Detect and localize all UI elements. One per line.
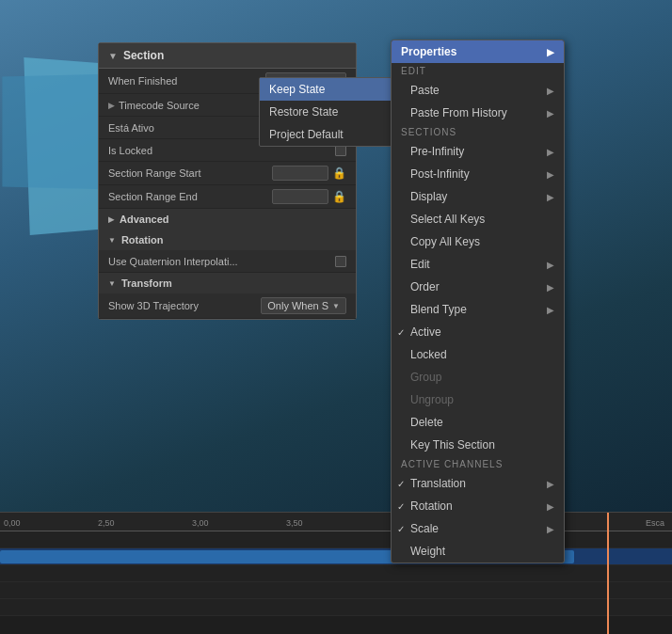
when-finished-label: When Finished xyxy=(108,75,265,87)
sections-section-label: SECTIONS xyxy=(392,124,564,140)
section-range-start-row: Section Range Start 🔒 xyxy=(99,162,356,185)
section-range-end-label: Section Range End xyxy=(108,191,272,202)
quaternion-row: Use Quaternion Interpolati... xyxy=(99,250,356,273)
paste-history-arrow-icon: ▶ xyxy=(547,108,554,119)
range-start-lock-icon: 🔒 xyxy=(332,166,346,180)
ctx-key-this-section[interactable]: Key This Section xyxy=(392,434,564,456)
ctx-pre-infinity[interactable]: Pre-Infinity ▶ xyxy=(392,140,564,163)
ctx-paste[interactable]: Paste ▶ xyxy=(392,79,564,102)
ctx-locked[interactable]: Locked xyxy=(392,343,564,366)
dropdown-item-keep-state[interactable]: Keep State xyxy=(260,78,404,101)
timecode-expand-icon[interactable]: ▶ xyxy=(108,101,115,110)
ruler-label-0: 0,00 xyxy=(4,518,21,528)
quaternion-checkbox[interactable] xyxy=(335,256,346,267)
rotation-label: Rotation xyxy=(121,234,164,246)
ctx-group: Group xyxy=(392,366,564,388)
section-range-start-label: Section Range Start xyxy=(108,167,272,179)
order-arrow-icon: ▶ xyxy=(547,282,554,293)
rotation-section: ▼ Rotation xyxy=(99,230,356,250)
section-range-end-row: Section Range End 🔒 xyxy=(99,185,356,209)
ctx-select-all-keys[interactable]: Select All Keys xyxy=(392,208,564,230)
timeline: 0,00 2,50 3,00 3,50 5,00 Esca xyxy=(0,512,672,634)
trajectory-value: Only When S xyxy=(267,300,328,311)
edit-arrow-icon: ▶ xyxy=(547,260,554,270)
ruler-label-3: 3,50 xyxy=(286,518,303,528)
scale-arrow-icon: ▶ xyxy=(547,524,554,534)
context-menu-header: Properties ▶ xyxy=(392,40,564,63)
escape-label: Esca xyxy=(646,518,664,528)
context-menu-title: Properties xyxy=(401,45,456,58)
ctx-ungroup: Ungroup xyxy=(392,388,564,411)
ctx-delete[interactable]: Delete xyxy=(392,411,564,434)
timeline-ruler: 0,00 2,50 3,00 3,50 5,00 Esca xyxy=(0,513,672,531)
translation-arrow-icon: ▶ xyxy=(547,479,554,489)
track-row-2 xyxy=(0,548,672,565)
ctx-edit[interactable]: Edit ▶ xyxy=(392,253,564,276)
context-menu-arrow-icon: ▶ xyxy=(547,47,554,57)
advanced-section: ▶ Advanced xyxy=(99,209,356,230)
panel-header: ▼ Section xyxy=(99,43,356,69)
timeline-cursor[interactable] xyxy=(607,513,609,634)
ctx-active[interactable]: ✓ Active xyxy=(392,321,564,343)
ctx-blend-type[interactable]: Blend Type ▶ xyxy=(392,298,564,321)
ctx-weight[interactable]: Weight xyxy=(392,540,564,563)
advanced-expand-icon[interactable]: ▶ xyxy=(108,215,114,224)
track-row-3 xyxy=(0,565,672,582)
translation-check-icon: ✓ xyxy=(397,479,405,489)
track-row-5 xyxy=(0,599,672,616)
when-finished-dropdown-menu: Keep State Restore State Project Default xyxy=(259,77,405,147)
rotation-arrow-icon: ▶ xyxy=(547,501,554,512)
transform-collapse-icon[interactable]: ▼ xyxy=(108,279,116,288)
dropdown-item-restore-state[interactable]: Restore State xyxy=(260,101,404,123)
ctx-translation[interactable]: ✓ Translation ▶ xyxy=(392,472,564,495)
context-menu: Properties ▶ EDIT Paste ▶ Paste From His… xyxy=(391,40,565,563)
3d-object-2 xyxy=(2,73,113,189)
trajectory-label: Show 3D Trajectory xyxy=(108,300,261,311)
range-end-lock-icon: 🔒 xyxy=(332,190,346,203)
edit-section-label: EDIT xyxy=(392,63,564,79)
trajectory-caret-icon: ▼ xyxy=(332,302,340,310)
rotation-collapse-icon[interactable]: ▼ xyxy=(108,236,116,245)
section-range-end-input[interactable] xyxy=(272,189,328,204)
advanced-label: Advanced xyxy=(120,214,169,225)
track-row-1 xyxy=(0,531,672,548)
scale-check-icon: ✓ xyxy=(397,524,405,534)
panel-collapse-arrow[interactable]: ▼ xyxy=(108,51,118,61)
panel-title: Section xyxy=(123,49,164,62)
trajectory-row: Show 3D Trajectory Only When S ▼ xyxy=(99,293,356,319)
ctx-copy-all-keys[interactable]: Copy All Keys xyxy=(392,230,564,253)
ctx-paste-from-history[interactable]: Paste From History ▶ xyxy=(392,102,564,124)
ctx-scale[interactable]: ✓ Scale ▶ xyxy=(392,517,564,540)
pre-infinity-arrow-icon: ▶ xyxy=(547,147,554,157)
paste-arrow-icon: ▶ xyxy=(547,86,554,96)
ctx-order[interactable]: Order ▶ xyxy=(392,276,564,298)
ruler-label-2: 3,00 xyxy=(192,518,209,528)
transform-section: ▼ Transform xyxy=(99,273,356,293)
ruler-label-1: 2,50 xyxy=(98,518,115,528)
blend-type-arrow-icon: ▶ xyxy=(547,305,554,315)
ctx-rotation[interactable]: ✓ Rotation ▶ xyxy=(392,495,564,517)
active-channels-label: ACTIVE CHANNELS xyxy=(392,456,564,472)
transform-label: Transform xyxy=(121,277,172,289)
track-row-4 xyxy=(0,582,672,599)
quaternion-label: Use Quaternion Interpolati... xyxy=(108,256,335,267)
section-range-start-input[interactable] xyxy=(272,166,328,181)
trajectory-dropdown[interactable]: Only When S ▼ xyxy=(261,297,346,314)
ctx-display[interactable]: Display ▶ xyxy=(392,185,564,208)
display-arrow-icon: ▶ xyxy=(547,192,554,202)
active-check-icon: ✓ xyxy=(397,327,405,338)
post-infinity-arrow-icon: ▶ xyxy=(547,169,554,180)
rotation-check-icon: ✓ xyxy=(397,501,405,512)
ctx-post-infinity[interactable]: Post-Infinity ▶ xyxy=(392,163,564,185)
dropdown-item-project-default[interactable]: Project Default xyxy=(260,123,404,146)
